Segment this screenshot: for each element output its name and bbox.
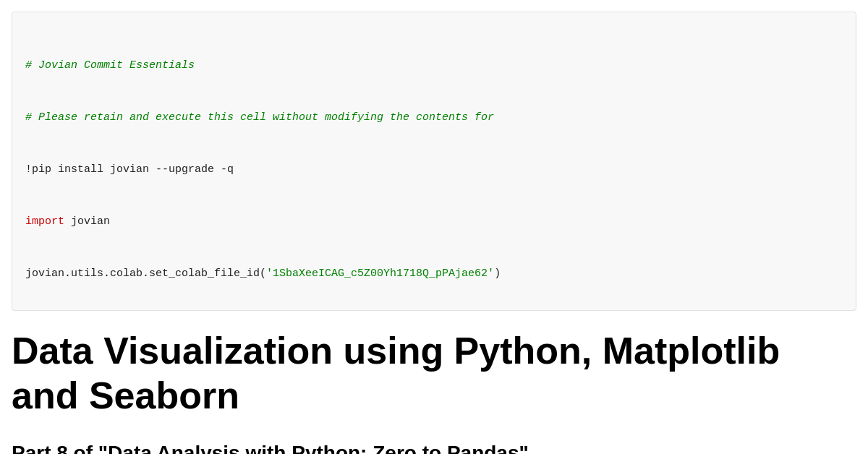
subtitle: Part 8 of "Data Analysis with Python: Ze… <box>12 442 856 454</box>
main-title: Data Visualization using Python, Matplot… <box>12 328 856 419</box>
code-cell-block: # Jovian Commit Essentials # Please reta… <box>12 12 856 311</box>
code-comment-line1: # Jovian Commit Essentials <box>25 57 843 74</box>
code-comment-line2: # Please retain and execute this cell wi… <box>25 109 843 127</box>
code-function-call: jovian.utils.colab.set_colab_file_id( <box>25 267 266 280</box>
code-pip-install: !pip install jovian --upgrade -q <box>25 161 843 179</box>
code-set-colab: jovian.utils.colab.set_colab_file_id('1S… <box>25 265 843 283</box>
code-string-id: '1SbaXeeICAG_c5Z00Yh1718Q_pPAjae62' <box>266 267 494 280</box>
code-closing-paren: ) <box>494 267 501 280</box>
code-import-line: import jovian <box>25 213 843 231</box>
code-keyword-import: import <box>25 215 64 228</box>
code-import-jovian: jovian <box>64 215 110 228</box>
notebook-content: Data Visualization using Python, Matplot… <box>0 328 868 454</box>
